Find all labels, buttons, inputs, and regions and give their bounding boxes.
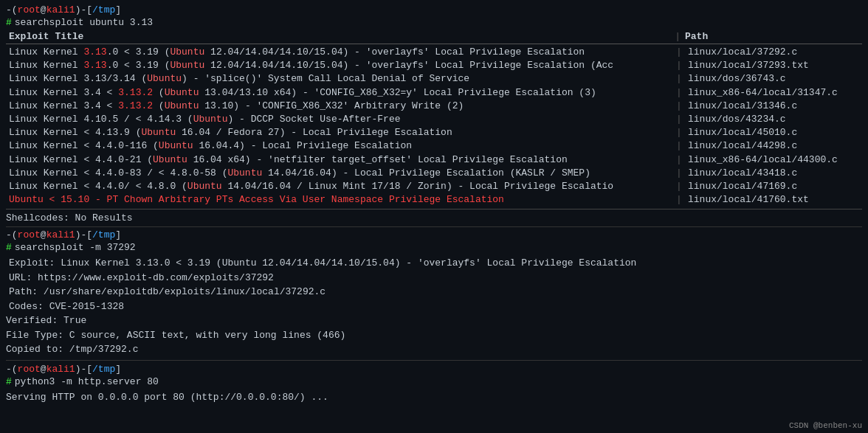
- exploit-path-4: linux_x86-64/local/31347.c: [685, 86, 862, 100]
- col-header-path: Path: [685, 31, 862, 42]
- row-sep-12: |: [676, 193, 682, 207]
- table-row: Linux Kernel 4.10.5 / < 4.14.3 (Ubuntu) …: [6, 113, 862, 126]
- exploit-title-2: Linux Kernel 3.13.0 < 3.19 (Ubuntu 12.04…: [6, 59, 673, 72]
- terminal: -( root @ kali1 )-[ /tmp ] # searchsploi…: [0, 0, 868, 433]
- detail-filetype-label: File Type:: [6, 330, 63, 341]
- exploit-path-2: linux/local/37293.txt: [685, 59, 862, 72]
- detail-section: Exploit: Linux Kernel 3.13.0 < 3.19 (Ubu…: [6, 256, 862, 357]
- exploit-path-12: linux/local/41760.txt: [685, 193, 862, 207]
- prompt-path-3: /tmp: [92, 364, 115, 375]
- prompt-user-2: root: [18, 229, 41, 240]
- prompt-line-3: -( root @ kali1 )-[ /tmp ]: [6, 364, 862, 375]
- exploit-title-7: Linux Kernel < 4.13.9 (Ubuntu 16.04 / Fe…: [6, 126, 673, 139]
- detail-exploit-line: Exploit: Linux Kernel 3.13.0 < 3.19 (Ubu…: [6, 256, 862, 271]
- exploit-path-11: linux/local/47169.c: [685, 180, 862, 193]
- command-text-1: searchsploit ubuntu 3.13: [15, 17, 153, 28]
- prompt-host-1: kali1: [46, 4, 75, 15]
- exploit-path-10: linux/local/43418.c: [685, 167, 862, 180]
- detail-copied-value: /tmp/37292.c: [69, 344, 139, 355]
- detail-codes-label: Codes:: [9, 301, 44, 312]
- table-row: Linux Kernel < 4.4.0/ < 4.8.0 (Ubuntu 14…: [6, 180, 862, 193]
- shellcodes-line: Shellcodes: No Results: [6, 212, 862, 224]
- detail-copied-line: Copied to: /tmp/37292.c: [6, 342, 862, 357]
- row-sep-5: |: [676, 100, 682, 113]
- table-row: Linux Kernel 3.13/3.14 (Ubuntu) - 'splic…: [6, 72, 862, 86]
- table-row: Ubuntu < 15.10 - PT Chown Arbitrary PTs …: [6, 193, 862, 207]
- table-row: Linux Kernel 3.13.0 < 3.19 (Ubuntu 12.04…: [6, 46, 862, 59]
- command-line-2: # searchsploit -m 37292: [6, 242, 862, 253]
- serving-line: Serving HTTP on 0.0.0.0 port 80 (http://…: [6, 390, 862, 405]
- exploit-title-10: Linux Kernel < 4.4.0-83 / < 4.8.0-58 (Ub…: [6, 167, 673, 180]
- divider-3: [6, 360, 862, 361]
- detail-path-value: /usr/share/exploitdb/exploits/linux/loca…: [44, 286, 326, 297]
- row-sep-7: |: [676, 126, 682, 139]
- row-sep-8: |: [676, 139, 682, 153]
- table-row: Linux Kernel < 4.4.0-83 / < 4.8.0-58 (Ub…: [6, 167, 862, 180]
- prompt-line-1: -( root @ kali1 )-[ /tmp ]: [6, 4, 862, 15]
- table-row: Linux Kernel 3.4 < 3.13.2 (Ubuntu 13.04/…: [6, 86, 862, 100]
- table-row: Linux Kernel < 4.13.9 (Ubuntu 16.04 / Fe…: [6, 126, 862, 139]
- detail-url-label: URL:: [9, 272, 32, 283]
- exploit-title-5: Linux Kernel 3.4 < 3.13.2 (Ubuntu 13.10)…: [6, 100, 673, 113]
- exploit-title-6: Linux Kernel 4.10.5 / < 4.14.3 (Ubuntu) …: [6, 113, 673, 126]
- detail-copied-label: Copied to:: [6, 344, 63, 355]
- detail-codes-line: Codes: CVE-2015-1328: [6, 299, 862, 314]
- divider-1: [6, 209, 862, 209]
- table-row: Linux Kernel 3.4 < 3.13.2 (Ubuntu 13.10)…: [6, 100, 862, 113]
- exploit-path-7: linux/local/45010.c: [685, 126, 862, 139]
- exploit-title-9: Linux Kernel < 4.4.0-21 (Ubuntu 16.04 x6…: [6, 153, 673, 167]
- exploit-path-5: linux/local/31346.c: [685, 100, 862, 113]
- exploit-path-1: linux/local/37292.c: [685, 46, 862, 59]
- detail-codes-value: CVE-2015-1328: [49, 301, 124, 312]
- detail-exploit-value: Linux Kernel 3.13.0 < 3.19 (Ubuntu 12.04…: [61, 257, 636, 269]
- detail-verified-label: Verified:: [6, 315, 58, 326]
- prompt-user-1: root: [18, 4, 41, 15]
- row-sep-3: |: [676, 72, 682, 86]
- col-header-title: Exploit Title: [6, 31, 670, 42]
- hash-1: #: [6, 17, 12, 28]
- row-sep-4: |: [676, 86, 682, 100]
- table-row: Linux Kernel < 4.4.0-116 (Ubuntu 16.04.4…: [6, 139, 862, 153]
- prompt-path-2: /tmp: [92, 229, 115, 240]
- exploit-title-1: Linux Kernel 3.13.0 < 3.19 (Ubuntu 12.04…: [6, 46, 673, 59]
- detail-verified-value: True: [63, 315, 86, 326]
- command-text-2: searchsploit -m 37292: [15, 242, 136, 253]
- exploit-title-4: Linux Kernel 3.4 < 3.13.2 (Ubuntu 13.04/…: [6, 86, 673, 100]
- exploit-title-11: Linux Kernel < 4.4.0/ < 4.8.0 (Ubuntu 14…: [6, 180, 673, 193]
- row-sep-10: |: [676, 167, 682, 180]
- bracket-open-1: -(: [6, 4, 18, 15]
- exploit-path-9: linux_x86-64/local/44300.c: [685, 153, 862, 167]
- prompt-line-2: -( root @ kali1 )-[ /tmp ]: [6, 229, 862, 240]
- command-line-3: # python3 -m http.server 80: [6, 376, 862, 387]
- detail-filetype-value: C source, ASCII text, with very long lin…: [69, 330, 345, 341]
- exploit-title-8: Linux Kernel < 4.4.0-116 (Ubuntu 16.04.4…: [6, 139, 673, 153]
- detail-path-label: Path:: [9, 286, 38, 297]
- detail-verified-line: Verified: True: [6, 314, 862, 328]
- table-rows: Linux Kernel 3.13.0 < 3.19 (Ubuntu 12.04…: [6, 46, 862, 207]
- table-row: Linux Kernel < 4.4.0-21 (Ubuntu 16.04 x6…: [6, 153, 862, 167]
- exploit-path-6: linux/dos/43234.c: [685, 113, 862, 126]
- exploit-path-3: linux/dos/36743.c: [685, 72, 862, 86]
- detail-exploit-label: Exploit:: [9, 257, 55, 269]
- command-line-1: # searchsploit ubuntu 3.13: [6, 17, 862, 28]
- prompt-path-1: /tmp: [92, 4, 115, 15]
- row-sep-2: |: [676, 59, 682, 72]
- divider-2: [6, 226, 862, 227]
- bracket-close-1: )-[: [75, 4, 92, 15]
- col-sep-header: |: [675, 31, 681, 42]
- detail-path-line: Path: /usr/share/exploitdb/exploits/linu…: [6, 285, 862, 299]
- row-sep-9: |: [676, 153, 682, 167]
- row-sep-6: |: [676, 113, 682, 126]
- prompt-at-1: @: [41, 4, 46, 15]
- detail-url-value: https://www.exploit-db.com/exploits/3729…: [38, 272, 274, 283]
- row-sep-1: |: [676, 46, 682, 59]
- exploit-title-3: Linux Kernel 3.13/3.14 (Ubuntu) - 'splic…: [6, 72, 673, 86]
- serving-text: Serving HTTP on 0.0.0.0 port 80 (http://…: [6, 392, 328, 403]
- prompt-user-3: root: [18, 364, 41, 375]
- watermark: CSDN @benben-xu: [789, 421, 862, 430]
- detail-url-line: URL: https://www.exploit-db.com/exploits…: [6, 271, 862, 285]
- row-sep-11: |: [676, 180, 682, 193]
- table-row: Linux Kernel 3.13.0 < 3.19 (Ubuntu 12.04…: [6, 59, 862, 72]
- prompt-host-3: kali1: [46, 364, 75, 375]
- bracket-end-1: ]: [115, 4, 121, 15]
